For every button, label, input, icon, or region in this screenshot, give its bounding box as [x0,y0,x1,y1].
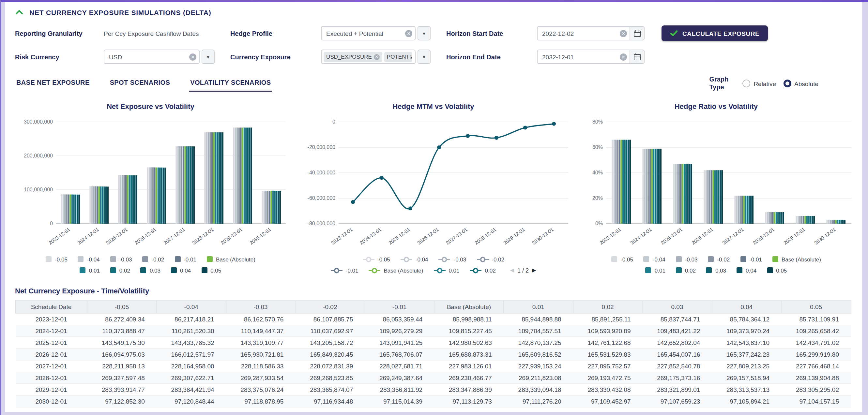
legend-item[interactable]: -0.01 [740,256,762,262]
tab-volatility-scenarios[interactable]: VOLATILITY SCENARIOS [189,75,272,92]
legend-item[interactable]: Base (Absolute) [369,267,423,274]
col-header: -0.02 [295,300,365,313]
cell-value: 283,305,295.02 [781,383,851,395]
cell-value: 283,330,432.08 [573,383,643,395]
chip-remove-icon[interactable]: ✕ [374,54,380,60]
legend-item[interactable]: 0.01 [646,267,665,274]
exposure-table-section: Net Currency Exposure - Time/Volatility … [15,287,851,407]
legend-item[interactable]: 0.02 [110,267,130,274]
window-accent-bar [0,0,868,2]
legend-item[interactable]: -0.05 [46,256,67,262]
legend-item[interactable]: 0.02 [676,267,696,274]
hedge-profile-input[interactable]: Executed + Potential ✕ [321,26,415,40]
legend-item[interactable]: -0.02 [142,256,164,262]
legend-item[interactable]: -0.04 [78,256,100,262]
legend-item[interactable]: -0.02 [476,256,504,262]
next-page-icon[interactable]: ▶ [532,267,536,273]
cell-value: 283,313,537.13 [712,383,781,395]
legend-item[interactable]: 0.01 [434,267,459,274]
cell-value: 97,111,276.20 [504,395,573,407]
legend-item[interactable]: -0.02 [708,256,730,262]
legend-line-marker-icon [363,256,374,262]
legend-item[interactable]: -0.01 [331,267,359,274]
chevron-down-icon[interactable]: ▼ [417,26,431,40]
legend-item[interactable]: 0.03 [141,267,160,274]
chevron-down-icon[interactable]: ▼ [417,50,431,64]
clear-icon[interactable]: ✕ [620,30,627,37]
calculate-exposure-button[interactable]: CALCULATE EXPOSURE [661,25,768,41]
tab-base-net-exposure[interactable]: BASE NET EXPOSURE [15,75,91,92]
cell-value: 142,543,837.10 [712,337,781,348]
radio-relative[interactable]: Relative [742,79,776,87]
legend-item[interactable]: 0.04 [171,267,191,274]
clear-icon[interactable]: ✕ [189,53,196,60]
cell-value: 227,766,468.14 [781,360,851,372]
legend-label: -0.02 [717,256,730,262]
legend-item[interactable]: Base (Absolute) [207,256,255,262]
cell-value: 228,027,681.71 [365,360,434,372]
legend-item[interactable]: -0.03 [439,256,466,262]
cell-value: 97,122,852.30 [87,395,157,407]
cell-value: 269,211,823.08 [504,372,573,383]
legend-item[interactable]: -0.05 [611,256,633,262]
legend-item[interactable]: -0.04 [644,256,665,262]
svg-text:40%: 40% [592,169,602,175]
legend-swatch-icon [737,267,742,273]
cell-value: 110,373,888.47 [87,325,157,337]
calendar-icon[interactable] [629,27,644,40]
legend-item[interactable]: -0.01 [175,256,196,262]
legend-item[interactable]: 0.03 [706,267,726,274]
legend-item[interactable]: -0.05 [363,256,390,262]
radio-unselected-icon[interactable] [742,79,750,87]
legend-line-marker-icon [476,256,488,262]
cell-value: 283,321,899.01 [643,383,712,395]
tab-spot-scenarios[interactable]: SPOT SCENARIOS [108,75,172,92]
chart-title: Net Exposure vs Volatility [107,102,194,110]
currency-exposure-input[interactable]: USD_EXPOSURE ✕ POTENTIAL_ [321,50,415,64]
legend-swatch-icon [175,256,180,262]
risk-currency-input[interactable]: USD ✕ [104,50,199,64]
col-header: 0.04 [712,300,781,313]
clear-icon[interactable]: ✕ [405,30,412,37]
legend-label: -0.02 [151,256,164,262]
cell-value: 97,118,878.95 [226,395,296,407]
currency-exposure-multiselect[interactable]: USD_EXPOSURE ✕ POTENTIAL_ ▼ [321,50,431,64]
legend-swatch-icon [646,267,651,273]
col-header: 0.01 [504,300,573,313]
legend-item[interactable]: -0.04 [401,256,428,262]
legend-item[interactable]: 0.05 [767,267,787,274]
form-row-2: Risk Currency USD ✕ ▼ Currency Exposure [15,49,851,64]
cell-value: 86,217,418.21 [157,313,226,325]
collapse-chevron-up-icon[interactable] [15,9,24,15]
svg-text:300,000,000: 300,000,000 [24,119,53,124]
clear-icon[interactable]: ✕ [620,53,627,60]
cell-value: 283,339,094.18 [504,383,573,395]
legend-item[interactable]: -0.03 [110,256,132,262]
legend-item[interactable]: 0.01 [80,267,100,274]
hedge-profile-select[interactable]: Executed + Potential ✕ ▼ [321,26,431,40]
cell-value: 165,609,816.52 [504,348,573,360]
horizon-end-date-input[interactable]: 2032-12-01 ✕ [537,50,645,64]
legend-item[interactable]: 0.05 [201,267,221,274]
cell-schedule-date: 2026-12-01 [15,348,87,360]
radio-absolute[interactable]: Absolute [783,79,818,87]
calendar-icon[interactable] [629,50,644,63]
prev-page-icon[interactable]: ◀ [510,267,514,273]
risk-currency-select[interactable]: USD ✕ ▼ [104,50,215,64]
legend-item[interactable]: Base (Absolute) [772,256,821,262]
reporting-granularity-value: Per Ccy Exposure Cashflow Dates [104,30,215,37]
chevron-down-icon[interactable]: ▼ [202,50,215,64]
table-row: 2026-12-01166,094,975.03166,012,571.9716… [15,348,851,360]
table-title: Net Currency Exposure - Time/Volatility [15,287,851,294]
legend-item[interactable]: -0.03 [676,256,698,262]
chart-hedge-ratio: Hedge Ratio vs Volatility 80%60%40%20%0%… [575,102,858,274]
legend-swatch-icon [46,256,52,262]
legend-item[interactable]: 0.04 [737,267,756,274]
col-header: 0.03 [643,300,712,313]
radio-selected-icon[interactable] [783,79,791,87]
svg-text:2026-12-01: 2026-12-01 [690,226,714,246]
col-header: 0.02 [573,300,643,313]
horizon-start-date-input[interactable]: 2022-12-02 ✕ [537,26,645,40]
legend-item[interactable]: 0.02 [470,267,496,274]
svg-text:200,000,000: 200,000,000 [24,153,53,158]
